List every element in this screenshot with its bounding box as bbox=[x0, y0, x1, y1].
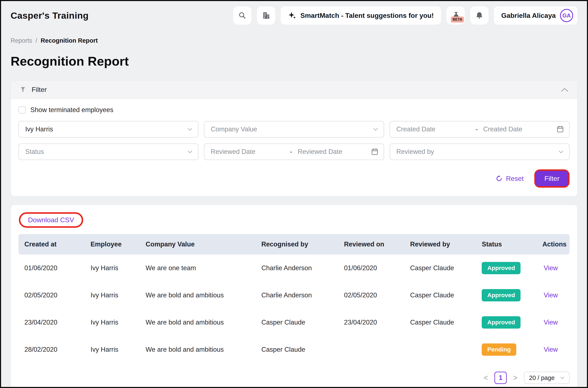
reset-button[interactable]: Reset bbox=[494, 174, 525, 183]
cell-created-at: 02/05/2020 bbox=[19, 282, 85, 309]
cell-employee: Ivy Harris bbox=[85, 254, 140, 282]
col-company-value: Company Value bbox=[140, 234, 255, 254]
col-recognised-by: Recognised by bbox=[256, 234, 338, 254]
col-reviewed-by: Reviewed by bbox=[404, 234, 476, 254]
labs-button[interactable]: BETA bbox=[447, 6, 465, 25]
employee-select[interactable]: Ivy Harris bbox=[19, 121, 198, 138]
range-separator: - bbox=[470, 125, 483, 133]
chevron-down-icon bbox=[559, 150, 564, 153]
cell-reviewed-on bbox=[338, 336, 404, 363]
user-name: Gabriella Alicaya bbox=[501, 12, 556, 20]
company-value-select[interactable]: Company Value bbox=[204, 121, 384, 138]
funnel-icon bbox=[19, 86, 26, 93]
apply-filter-button[interactable]: Filter bbox=[536, 171, 568, 186]
annotation-circle-filter: Filter bbox=[534, 169, 569, 188]
status-badge: Approved bbox=[482, 316, 520, 329]
filter-panel: Filter Show terminated employees Ivy Har… bbox=[11, 80, 577, 196]
smartmatch-button[interactable]: SmartMatch - Talent suggestions for you! bbox=[281, 6, 441, 25]
breadcrumb-reports[interactable]: Reports bbox=[11, 37, 32, 44]
company-value-placeholder: Company Value bbox=[211, 125, 373, 133]
annotation-circle-download-csv: Download CSV bbox=[19, 212, 83, 228]
building-icon bbox=[262, 11, 270, 20]
search-icon bbox=[238, 11, 246, 20]
next-page-button[interactable]: > bbox=[512, 373, 519, 382]
status-badge: Pending bbox=[482, 343, 516, 356]
status-badge: Approved bbox=[482, 289, 520, 301]
reset-label: Reset bbox=[506, 175, 524, 183]
user-menu[interactable]: Gabriella Alicaya GA bbox=[494, 6, 577, 25]
cell-created-at: 01/06/2020 bbox=[19, 254, 85, 282]
current-page-button[interactable]: 1 bbox=[494, 372, 507, 384]
app-screen: Casper's Training bbox=[0, 0, 588, 388]
cell-reviewed-on: 01/06/2020 bbox=[338, 254, 404, 282]
reviewed-by-placeholder: Reviewed by bbox=[396, 148, 559, 156]
col-actions: Actions bbox=[537, 234, 569, 254]
breadcrumb-separator: / bbox=[36, 37, 37, 44]
cell-reviewed-by: Casper Claude bbox=[404, 309, 476, 336]
cell-recognised-by: Charlie Anderson bbox=[256, 282, 338, 309]
notifications-button[interactable] bbox=[470, 6, 489, 25]
chevron-down-icon bbox=[373, 128, 378, 131]
view-link[interactable]: View bbox=[542, 264, 559, 272]
sparkle-icon bbox=[288, 11, 296, 20]
reviewed-by-select[interactable]: Reviewed by bbox=[390, 144, 569, 160]
table-header-row: Created at Employee Company Value Recogn… bbox=[19, 234, 569, 254]
collapse-chevron-icon[interactable] bbox=[561, 87, 569, 92]
cell-created-at: 23/04/2020 bbox=[19, 309, 85, 336]
cell-company-value: We are one team bbox=[140, 254, 255, 282]
col-employee: Employee bbox=[85, 234, 140, 254]
chevron-down-icon bbox=[187, 150, 192, 153]
cell-reviewed-by: Casper Claude bbox=[404, 282, 476, 309]
cell-company-value: We are bold and ambitious bbox=[140, 309, 255, 336]
top-bar: Casper's Training bbox=[11, 6, 577, 25]
pagination: < 1 > 20 / page bbox=[19, 372, 569, 384]
show-terminated-label: Show terminated employees bbox=[30, 106, 113, 114]
cell-employee: Ivy Harris bbox=[85, 282, 140, 309]
filter-panel-header[interactable]: Filter bbox=[11, 81, 577, 99]
view-link[interactable]: View bbox=[542, 291, 559, 299]
reviewed-to-input[interactable]: Reviewed Date bbox=[298, 148, 371, 156]
report-card: Download CSV Created at Employee Company… bbox=[11, 205, 577, 388]
reviewed-date-range[interactable]: Reviewed Date - Reviewed Date bbox=[204, 144, 384, 160]
cell-employee: Ivy Harris bbox=[85, 309, 140, 336]
col-created-at: Created at bbox=[19, 234, 85, 254]
search-button[interactable] bbox=[233, 6, 252, 25]
app-logo: Casper's Training bbox=[11, 10, 89, 21]
filter-panel-body: Show terminated employees Ivy Harris Com… bbox=[11, 99, 577, 196]
show-terminated-checkbox[interactable] bbox=[19, 106, 26, 114]
view-link[interactable]: View bbox=[542, 318, 559, 326]
breadcrumb-current: Recognition Report bbox=[41, 37, 98, 44]
table-row: 02/05/2020 Ivy Harris We are bold and am… bbox=[19, 282, 569, 309]
chevron-down-icon bbox=[187, 128, 192, 131]
prev-page-button[interactable]: < bbox=[482, 373, 489, 382]
top-bar-actions: SmartMatch - Talent suggestions for you!… bbox=[233, 6, 577, 25]
status-select[interactable]: Status bbox=[19, 144, 198, 160]
bell-icon bbox=[475, 11, 484, 20]
range-separator: - bbox=[284, 148, 298, 156]
created-to-input[interactable]: Created Date bbox=[483, 125, 557, 133]
recognition-table: Created at Employee Company Value Recogn… bbox=[19, 234, 569, 363]
status-badge: Approved bbox=[482, 262, 520, 274]
download-csv-link[interactable]: Download CSV bbox=[27, 216, 75, 224]
created-date-range[interactable]: Created Date - Created Date bbox=[390, 121, 569, 138]
view-link[interactable]: View bbox=[542, 345, 559, 354]
avatar: GA bbox=[560, 9, 573, 22]
cell-reviewed-on: 02/05/2020 bbox=[338, 282, 404, 309]
calendar-icon bbox=[371, 148, 378, 155]
breadcrumb: Reports / Recognition Report bbox=[11, 37, 577, 44]
beta-badge: BETA bbox=[451, 17, 464, 23]
col-reviewed-on: Reviewed on bbox=[338, 234, 404, 254]
page-size-select[interactable]: 20 / page bbox=[524, 372, 569, 384]
cell-recognised-by: Casper Claude bbox=[256, 336, 338, 363]
created-from-input[interactable]: Created Date bbox=[396, 125, 470, 133]
show-terminated-row: Show terminated employees bbox=[19, 106, 569, 114]
company-button[interactable] bbox=[257, 6, 275, 25]
table-row: 28/02/2020 Ivy Harris We are bold and am… bbox=[19, 336, 569, 363]
refresh-icon bbox=[496, 175, 502, 182]
col-status: Status bbox=[476, 234, 537, 254]
cell-reviewed-by: Casper Claude bbox=[404, 254, 476, 282]
calendar-icon bbox=[557, 126, 564, 133]
status-placeholder: Status bbox=[25, 148, 187, 156]
cell-reviewed-by bbox=[404, 336, 476, 363]
reviewed-from-input[interactable]: Reviewed Date bbox=[211, 148, 284, 156]
